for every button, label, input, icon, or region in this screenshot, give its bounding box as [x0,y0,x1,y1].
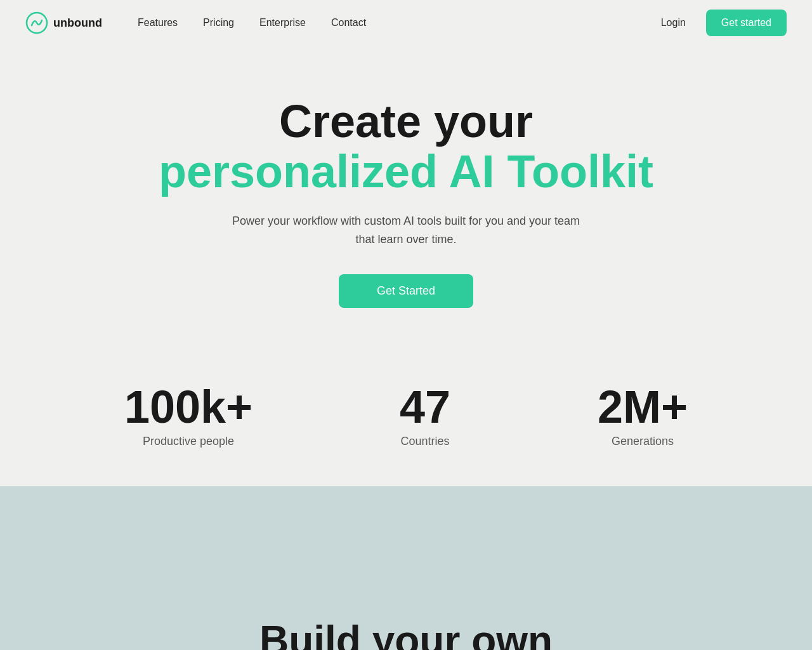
nav-contact[interactable]: Contact [321,12,376,34]
stat-number-people: 100k+ [124,384,252,430]
nav-right: Login Get started [651,10,787,36]
nav-links: Features Pricing Enterprise Contact [128,12,651,34]
nav-enterprise[interactable]: Enterprise [249,12,316,34]
hero-title-line2: personalized AI Toolkit [159,147,653,197]
hero-subtitle: Power your workflow with custom AI tools… [228,212,584,249]
stats-section: 100k+ Productive people 47 Countries 2M+… [0,346,812,486]
login-button[interactable]: Login [651,12,696,34]
hero-section: Create your personalized AI Toolkit Powe… [0,46,812,346]
navbar: unbound Features Pricing Enterprise Cont… [0,0,812,46]
logo-text: unbound [53,17,102,30]
logo-icon [25,11,48,34]
hero-cta-button[interactable]: Get Started [339,274,473,308]
build-title: Build your own [259,617,553,650]
stat-number-generations: 2M+ [598,384,688,430]
nav-pricing[interactable]: Pricing [193,12,244,34]
stat-item-generations: 2M+ Generations [598,384,688,448]
stat-item-people: 100k+ Productive people [124,384,252,448]
hero-title: Create your personalized AI Toolkit [159,96,653,197]
stat-label-countries: Countries [401,435,450,448]
stat-item-countries: 47 Countries [400,384,450,448]
lower-section: Build your own [0,486,812,650]
stat-number-countries: 47 [400,384,450,430]
nav-features[interactable]: Features [128,12,188,34]
get-started-nav-button[interactable]: Get started [706,10,787,36]
hero-title-line1: Create your [279,96,533,147]
logo-link[interactable]: unbound [25,11,102,34]
stat-label-people: Productive people [143,435,234,448]
stat-label-generations: Generations [612,435,674,448]
